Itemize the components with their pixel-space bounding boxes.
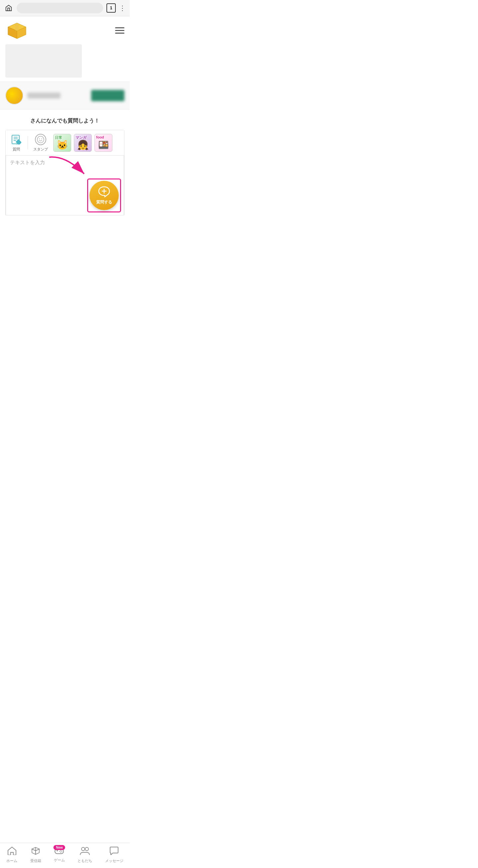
svg-marker-18 [36, 849, 39, 854]
text-input-area[interactable]: テキストを入力 [6, 155, 124, 215]
svg-point-10 [37, 136, 44, 143]
inbox-icon [31, 846, 40, 857]
bottom-navigation: ホーム 受信箱 New [0, 843, 130, 868]
profile-action-button-blurred[interactable] [91, 90, 125, 101]
svg-point-11 [39, 138, 40, 139]
tab-question[interactable]: 質問 [10, 133, 22, 152]
app-header [0, 16, 130, 44]
friends-icon [80, 846, 90, 857]
banner-area [0, 44, 130, 82]
stamp-nichijo-label: 日常 [55, 135, 62, 140]
submit-button-label: 質問する [96, 199, 112, 205]
tab-stamp[interactable]: スタンプ [33, 133, 48, 152]
home-icon [7, 846, 16, 857]
manga-girl-icon: 👧 [77, 140, 89, 151]
stamp-categories: 日常 🐱 マンガ 👧 food 🍱 [53, 134, 112, 152]
speech-bubble-plus-icon [98, 186, 110, 199]
smiley-icon [35, 133, 46, 146]
nav-friends-label: ともだち [77, 858, 92, 863]
nav-game-label: ゲーム [54, 858, 65, 863]
nav-home-label: ホーム [6, 858, 17, 863]
stamp-manga-label: マンガ [75, 135, 87, 140]
banner-image [5, 44, 82, 78]
tab-question-label: 質問 [13, 147, 20, 152]
nav-message[interactable]: メッセージ [105, 846, 124, 863]
svg-marker-17 [32, 849, 36, 854]
submit-button[interactable]: 質問する [90, 181, 119, 210]
browser-home-icon[interactable] [4, 3, 13, 13]
app-logo-box [5, 20, 29, 40]
question-tabs: 質問 スタンプ [5, 130, 125, 215]
edit-icon [10, 133, 22, 146]
tab-stamp-label: スタンプ [33, 147, 48, 152]
stamp-food[interactable]: food 🍱 [95, 134, 112, 152]
tab-divider [28, 136, 28, 150]
profile-section [0, 82, 130, 110]
svg-point-25 [60, 851, 61, 852]
message-icon [109, 846, 119, 857]
question-prompt: さんになんでも質問しよう！ [5, 118, 125, 125]
nav-inbox-label: 受信箱 [30, 858, 41, 863]
avatar [5, 87, 23, 104]
svg-point-29 [85, 847, 89, 851]
nav-home[interactable]: ホーム [6, 846, 17, 863]
profile-left [5, 87, 61, 104]
nav-inbox[interactable]: 受信箱 [30, 846, 41, 863]
tab-row: 質問 スタンプ [6, 130, 124, 155]
browser-address-bar[interactable] [16, 3, 103, 13]
stamp-manga[interactable]: マンガ 👧 [74, 134, 92, 152]
browser-toolbar: 1 ⋮ [0, 0, 130, 16]
nav-friends[interactable]: ともだち [77, 846, 92, 863]
svg-point-24 [62, 851, 63, 852]
svg-point-23 [61, 850, 62, 851]
arrow-indicator [46, 154, 89, 182]
nav-message-label: メッセージ [105, 858, 124, 863]
svg-point-12 [41, 138, 42, 139]
profile-name-blurred [27, 93, 61, 98]
app-logo [5, 20, 29, 40]
nav-game[interactable]: New + ゲーム [54, 847, 65, 863]
logo-box-icon [5, 20, 29, 40]
new-badge: New [54, 845, 65, 850]
nichijo-animal-icon: 🐱 [57, 140, 68, 151]
arrow-svg [46, 154, 89, 181]
svg-point-28 [81, 847, 85, 851]
browser-menu-icon[interactable]: ⋮ [119, 4, 126, 12]
food-icon: 🍱 [98, 140, 109, 150]
hamburger-menu-icon[interactable] [115, 27, 125, 34]
browser-tab-count[interactable]: 1 [106, 3, 116, 13]
svg-marker-3 [15, 23, 19, 31]
input-placeholder: テキストを入力 [10, 159, 120, 166]
svg-point-26 [61, 852, 62, 853]
stamp-nichijo[interactable]: 日常 🐱 [53, 134, 71, 152]
submit-button-wrapper[interactable]: 質問する [87, 179, 121, 212]
question-section: さんになんでも質問しよう！ 質問 [0, 110, 130, 221]
stamp-food-label: food [96, 135, 104, 139]
